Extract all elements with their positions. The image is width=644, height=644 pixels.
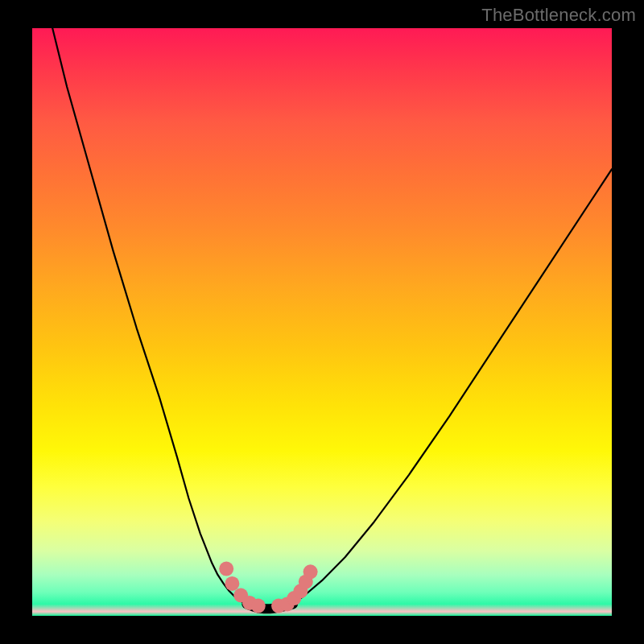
marker-dot [303,564,318,579]
chart-frame: TheBottleneck.com [0,0,644,644]
marker-dot [219,562,233,576]
curve-lines [50,28,612,609]
watermark-text: TheBottleneck.com [481,5,636,26]
marker-dot [225,576,239,591]
marker-dot [251,599,266,613]
plot-area [32,28,612,616]
chart-overlay [32,28,612,616]
curve-left-curve [50,28,247,604]
curve-right-curve [293,169,612,604]
